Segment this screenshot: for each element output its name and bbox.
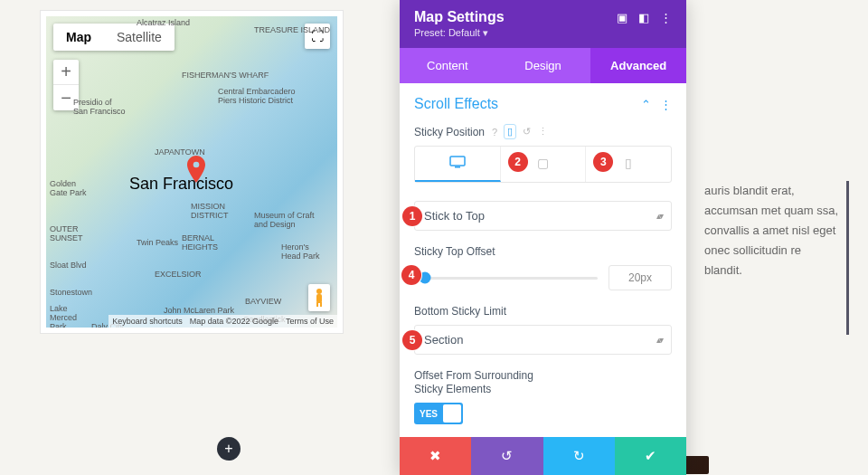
map-label: OUTER SUNSET <box>50 224 90 242</box>
svg-point-0 <box>316 289 322 294</box>
svg-rect-4 <box>450 157 465 166</box>
step-badge-5: 5 <box>402 330 422 350</box>
offset-slider[interactable] <box>414 277 598 280</box>
tab-advanced[interactable]: Advanced <box>590 48 686 83</box>
select-value: Section <box>424 333 463 347</box>
svg-rect-2 <box>316 302 318 307</box>
svg-rect-5 <box>455 166 460 168</box>
map-label: Twin Peaks <box>137 238 178 247</box>
map-label: FISHERMAN'S WHARF <box>182 71 269 80</box>
pegman-icon[interactable] <box>308 284 330 311</box>
map-label: Sloat Blvd <box>50 261 87 270</box>
keyboard-shortcuts-link[interactable]: Keyboard shortcuts <box>108 315 186 328</box>
caret-icon: ▴▾ <box>656 335 662 345</box>
device-desktop[interactable] <box>415 147 501 182</box>
offset-value-input[interactable] <box>609 265 672 290</box>
sticky-top-offset-label: Sticky Top Offset <box>414 245 495 258</box>
section-title[interactable]: Scroll Effects <box>414 96 498 112</box>
preset-select[interactable]: Preset: Default ▾ <box>414 27 505 39</box>
map-label: EXCELSIOR <box>155 270 202 279</box>
select-value: Stick to Top <box>424 209 485 223</box>
google-map[interactable]: Map Satellite ⛶ + − Alcatraz Island TREA… <box>46 16 337 328</box>
step-badge-1: 1 <box>402 206 422 226</box>
terms-link[interactable]: Terms of Use <box>282 315 337 328</box>
map-label: BERNAL HEIGHTS <box>182 233 222 252</box>
map-label: Golden Gate Park <box>50 179 90 197</box>
tab-content[interactable]: Content <box>400 48 495 83</box>
map-type-satellite[interactable]: Satellite <box>104 24 175 51</box>
panel-body: Scroll Effects ⌃ ⋮ Sticky Position ? ▯ ↺… <box>400 83 686 437</box>
panel-title: Map Settings <box>414 9 505 25</box>
map-label: Presidio of San Francisco <box>73 98 127 116</box>
lorem-text: auris blandit erat, accumsan met quam ss… <box>704 181 849 335</box>
save-button[interactable]: ✔ <box>615 437 686 475</box>
panel-layout-icon[interactable]: ◧ <box>638 11 649 24</box>
kebab-icon[interactable]: ⋮ <box>660 98 672 111</box>
help-icon[interactable]: ? <box>492 127 497 138</box>
undo-icon[interactable]: ↺ <box>523 126 531 138</box>
kebab-icon[interactable]: ⋮ <box>538 126 548 138</box>
svg-rect-3 <box>320 302 322 307</box>
step-badge-2: 2 <box>508 152 528 172</box>
sticky-position-label: Sticky Position <box>414 126 485 138</box>
phone-icon[interactable]: ▯ <box>505 125 515 138</box>
undo-button[interactable]: ↺ <box>471 437 542 475</box>
map-label: John McLaren Park <box>164 306 234 315</box>
map-module: Map Satellite ⛶ + − Alcatraz Island TREA… <box>40 10 344 334</box>
bottom-sticky-select[interactable]: 5 Section ▴▾ <box>414 325 672 355</box>
device-phone[interactable]: 3 ▯ <box>586 147 671 182</box>
bottom-sticky-label: Bottom Sticky Limit <box>414 305 506 318</box>
map-label: TREASURE ISLAND <box>254 25 330 34</box>
step-badge-4: 4 <box>401 265 421 285</box>
add-module-button[interactable]: + <box>217 437 241 461</box>
map-type-map[interactable]: Map <box>53 24 104 51</box>
panel-header: Map Settings Preset: Default ▾ ▣ ◧ ⋮ <box>400 0 686 48</box>
device-tablet[interactable]: 2 ▢ <box>501 147 587 182</box>
map-label: Museum of Craft and Design <box>254 211 326 229</box>
map-label: Central Embarcadero Piers Historic Distr… <box>218 87 299 105</box>
panel-footer: ✖ ↺ ↻ ✔ <box>400 437 686 475</box>
settings-tabs: Content Design Advanced <box>400 48 686 83</box>
collapse-icon[interactable]: ⌃ <box>641 98 651 111</box>
map-label: Stonestown <box>50 288 92 297</box>
map-type-toggle: Map Satellite <box>53 24 175 51</box>
toggle-knob <box>443 404 461 423</box>
map-label: Lake Merced Park <box>50 304 95 328</box>
cancel-button[interactable]: ✖ <box>400 437 471 475</box>
map-label: Alcatraz Island <box>137 18 190 27</box>
city-label: San Francisco <box>129 175 233 194</box>
offset-surrounding-label: Sticky Elements <box>414 383 491 395</box>
zoom-in-button[interactable]: + <box>53 60 79 85</box>
map-label: BAYVIEW <box>245 297 281 306</box>
settings-panel: Map Settings Preset: Default ▾ ▣ ◧ ⋮ Con… <box>400 0 686 475</box>
tab-design[interactable]: Design <box>495 48 591 83</box>
offset-surrounding-label: Offset From Surrounding <box>414 369 533 382</box>
map-label: MISSION DISTRICT <box>191 202 236 220</box>
responsive-preview-icon[interactable]: ▣ <box>617 11 627 24</box>
map-label: Heron's Head Park <box>281 242 326 261</box>
kebab-icon[interactable]: ⋮ <box>660 11 672 24</box>
device-tabs: 2 ▢ 3 ▯ <box>414 146 672 183</box>
redo-button[interactable]: ↻ <box>543 437 615 475</box>
step-badge-3: 3 <box>593 152 613 172</box>
map-data-label: Map data ©2022 Google <box>186 315 282 328</box>
offset-toggle[interactable]: YES <box>414 403 463 424</box>
caret-icon: ▴▾ <box>656 211 662 221</box>
map-attribution: Keyboard shortcuts Map data ©2022 Google… <box>108 315 337 328</box>
stick-to-top-select[interactable]: 1 Stick to Top ▴▾ <box>414 201 672 231</box>
toggle-yes-label: YES <box>414 409 438 419</box>
svg-rect-1 <box>316 294 322 303</box>
